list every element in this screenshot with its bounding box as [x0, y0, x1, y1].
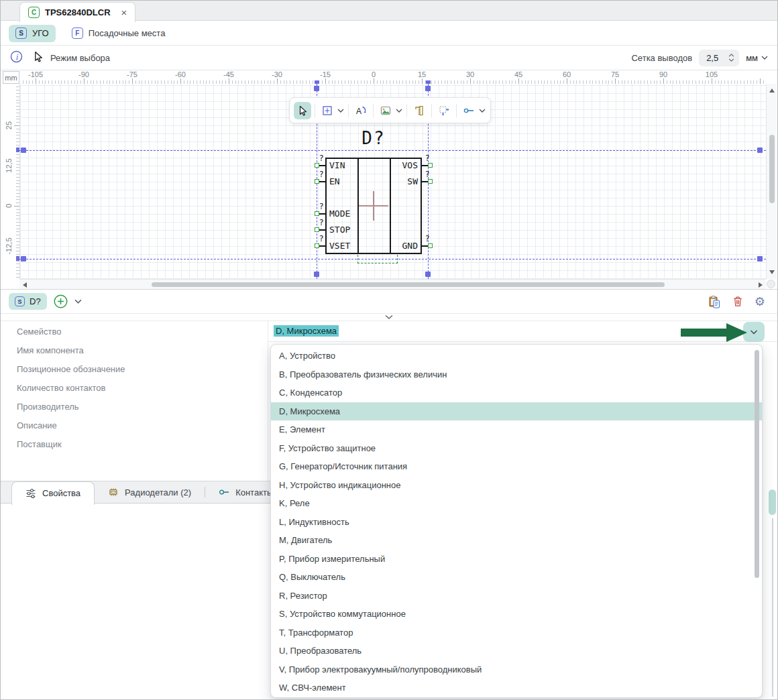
settings-gear-icon[interactable]: ⚙: [755, 296, 765, 308]
scroll-left-icon[interactable]: [23, 282, 27, 288]
family-option[interactable]: C, Конденсатор: [271, 384, 762, 402]
h-ruler-label: -90: [70, 70, 97, 78]
family-option[interactable]: T, Трансформатор: [271, 624, 762, 642]
selection-handle[interactable]: [314, 86, 319, 91]
spin-up-icon[interactable]: [728, 54, 734, 57]
toolbar-separator: [315, 104, 315, 117]
pin-endpoint[interactable]: [315, 227, 319, 232]
scroll-right-icon[interactable]: [759, 282, 763, 288]
family-value[interactable]: D, Микросхема: [274, 325, 339, 337]
chevron-down-icon: [337, 109, 344, 113]
h-ruler-label: -30: [264, 70, 290, 78]
family-option[interactable]: E, Элемент: [271, 420, 762, 439]
family-option[interactable]: B, Преобразователь физических величин: [271, 365, 762, 384]
panel-scrollbar[interactable]: [768, 486, 777, 698]
measure-tool-button[interactable]: [410, 102, 428, 119]
h-ruler-tick: [567, 78, 567, 84]
h-ruler-label: 15: [408, 70, 435, 78]
tab-footprints[interactable]: F Посадочные места: [65, 25, 172, 42]
chevron-down-icon: [396, 109, 402, 113]
family-option[interactable]: P, Прибор измерительный: [271, 550, 762, 569]
pin-name: SW: [371, 177, 418, 186]
h-ruler-tick: [663, 78, 664, 84]
family-option[interactable]: H, Устройство индикационное: [271, 476, 762, 495]
family-option[interactable]: G, Генератор/Источник питания: [271, 457, 762, 476]
symbol-section-bar: S D? ⚙: [1, 289, 777, 314]
close-tab-icon[interactable]: ×: [121, 7, 127, 18]
panel-tab-properties[interactable]: Свойства: [11, 481, 95, 505]
pin-endpoint[interactable]: [315, 211, 319, 216]
h-ruler-label: -105: [22, 70, 49, 78]
scroll-up-icon[interactable]: [769, 89, 775, 93]
family-option[interactable]: R, Резистор: [271, 587, 762, 605]
property-label: Производитель: [17, 398, 79, 416]
pin-matrix-tool-button[interactable]: [319, 102, 336, 119]
toolbar-separator: [406, 104, 407, 117]
image-dropdown[interactable]: [394, 109, 403, 113]
document-tab[interactable]: C TPS62840DLCR ×: [19, 2, 135, 22]
vertical-scrollbar[interactable]: [766, 84, 777, 279]
family-option[interactable]: M, Двигатель: [271, 531, 762, 550]
add-symbol-button[interactable]: [54, 294, 68, 308]
pin-tool-button[interactable]: [460, 102, 478, 119]
selection-handle[interactable]: [21, 256, 26, 261]
spin-down-icon[interactable]: [728, 58, 734, 62]
panel-tab-parts[interactable]: Радиодетали (2): [95, 481, 205, 503]
h-ruler-tick: [470, 78, 471, 84]
family-option[interactable]: W, СВЧ-элемент: [271, 679, 762, 697]
pin-endpoint[interactable]: [428, 163, 433, 168]
pin-grid-input[interactable]: 2,5: [699, 50, 739, 66]
unit-select[interactable]: мм: [746, 53, 768, 63]
selection-handle[interactable]: [21, 148, 26, 153]
text-tool-button[interactable]: A: [352, 102, 370, 119]
info-icon[interactable]: i: [10, 50, 23, 66]
select-tool-button[interactable]: [294, 102, 311, 119]
image-tool-button[interactable]: [377, 102, 394, 119]
property-label: Поставщик: [17, 435, 62, 454]
pin-endpoint[interactable]: [428, 179, 433, 184]
pin-endpoint[interactable]: [428, 243, 433, 248]
annotation-arrow: [681, 321, 748, 344]
selection-handle[interactable]: [314, 272, 319, 277]
family-option[interactable]: K, Реле: [271, 494, 762, 513]
pin-endpoint[interactable]: [315, 163, 319, 168]
family-option[interactable]: Q, Выключатель: [271, 568, 762, 587]
scroll-down-icon[interactable]: [769, 270, 775, 274]
family-option[interactable]: D, Микросхема: [271, 402, 762, 421]
pin-endpoint[interactable]: [315, 179, 319, 184]
add-symbol-dropdown-icon[interactable]: [74, 299, 82, 304]
tab-ugo[interactable]: S УГО: [9, 25, 56, 42]
family-option[interactable]: A, Устройство: [271, 347, 762, 365]
editor-toolbar: i Режим выбора Сетка выводов 2,5 мм: [1, 46, 777, 70]
chevron-down-icon: [479, 109, 486, 113]
v-ruler-tick: [14, 125, 19, 126]
canvas-toolbar: A: [289, 97, 491, 123]
selection-handle[interactable]: [425, 86, 431, 91]
collapse-chevron-icon[interactable]: [384, 314, 394, 320]
horizontal-scrollbar[interactable]: [19, 279, 766, 289]
pin-matrix-dropdown[interactable]: [336, 109, 345, 113]
selection-handle[interactable]: [757, 256, 763, 261]
tab-footprints-label: Посадочные места: [89, 28, 166, 38]
delete-icon[interactable]: [732, 295, 744, 308]
dropdown-scrollbar-thumb[interactable]: [755, 350, 759, 578]
symbol-section-tab[interactable]: S D?: [9, 293, 47, 310]
horizontal-scrollbar-thumb[interactable]: [152, 282, 665, 287]
family-option[interactable]: S, Устройство коммутационное: [271, 605, 762, 624]
symbol-designator[interactable]: D?: [325, 128, 422, 148]
paste-icon[interactable]: [708, 295, 721, 308]
vertical-scrollbar-thumb[interactable]: [769, 135, 775, 203]
pin-matrix-icon: [322, 105, 333, 116]
pin-number: ?: [317, 218, 326, 227]
transform-icon: [439, 105, 449, 116]
panel-scrollbar-thumb[interactable]: [769, 489, 776, 515]
pin-tool-dropdown[interactable]: [478, 109, 486, 113]
selection-handle[interactable]: [425, 272, 431, 277]
pin-endpoint[interactable]: [315, 243, 319, 248]
family-option[interactable]: L, Индуктивность: [271, 513, 762, 532]
selection-handle[interactable]: [757, 148, 763, 153]
family-option[interactable]: U, Преобразователь: [271, 642, 762, 660]
family-option[interactable]: F, Устройство защитное: [271, 439, 762, 458]
transform-tool-button[interactable]: [435, 102, 453, 119]
family-option[interactable]: V, Прибор электровакуумный/полупроводник…: [271, 660, 762, 679]
